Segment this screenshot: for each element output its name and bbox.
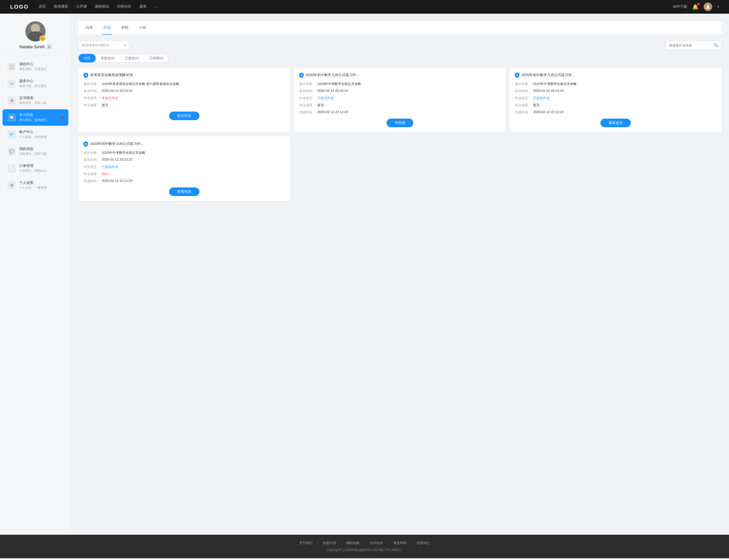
card-2-status-row: 作业状态 已提交作业 xyxy=(299,96,501,100)
card-3-course-row: 课次名称 2020年中考数学全面过关攻略 xyxy=(515,82,716,86)
sidebar-profile: 🏆 Natalie Smith ⊞ xyxy=(0,21,71,56)
card-2-complete-value: 2020-02-12 22:12:23 xyxy=(317,110,501,115)
status-btn-submitted[interactable]: 已提交(4) xyxy=(120,54,144,62)
tab-groups[interactable]: 小组 xyxy=(138,21,147,35)
logo: LOGO xyxy=(10,4,29,10)
menu-dot xyxy=(61,117,63,119)
nav-courses[interactable]: 发现课程 xyxy=(54,4,68,10)
card-4-footer: 查看批阅 xyxy=(83,187,285,196)
sidebar-item-orders[interactable]: 📄 订单管理 订单支出、明明白白 xyxy=(3,160,68,177)
status-filter: 全部 未提交(4) 已提交(4) 已批阅(4) xyxy=(78,54,721,62)
card-2-publish-value: 2020-02-12 20:23:23 xyxy=(317,89,501,93)
sidebar-item-course[interactable]: 📋 课程中心 精彩课程、不容错过 xyxy=(3,58,68,75)
navbar-right: APP下载 🔔 ▾ xyxy=(673,3,719,11)
footer-link-disclaimer[interactable]: 免责声明 xyxy=(388,541,412,545)
nav-open-courses[interactable]: 公开课 xyxy=(76,4,87,10)
card-2-score-row: 作业成绩 暂无 xyxy=(299,103,501,107)
homework-card-4: 作 2020年初中数学几何公式练习作... 课次名称 2020年中考数学全面过关… xyxy=(78,136,290,201)
main-content: 问答 作业 资料 小组 请选择课程/课程包 ▾ 🔍 全部 未提交(4) 已提交(… xyxy=(71,14,729,535)
card-4-complete-value: 2020-02-12 22:12:23 xyxy=(102,179,285,183)
footer-link-about[interactable]: 关于我们 xyxy=(294,541,318,545)
status-btn-unsubmit[interactable]: 未提交(4) xyxy=(95,54,120,62)
card-4-course-row: 课次名称 2020年中考数学全面过关攻略 xyxy=(83,150,285,155)
tabs: 问答 作业 资料 小组 xyxy=(78,21,721,35)
account-text: 账户中心 个人权益、实时掌握 xyxy=(19,130,63,139)
card-3-status-value: 已提交作业 xyxy=(533,96,716,100)
course-select[interactable]: 请选择课程/课程包 ▾ xyxy=(78,41,129,50)
card-4-title: 2020年初中数学几何公式练习作... xyxy=(90,142,285,146)
footer-link-recruit[interactable]: 招贤纳士 xyxy=(412,541,435,545)
sidebar-item-question-bank[interactable]: ≔ 题库中心 海量习题、助力通关 xyxy=(3,75,68,92)
card-3-resubmit-btn[interactable]: 重新提交 xyxy=(600,119,631,127)
card-1-submit-btn[interactable]: 提交作业 xyxy=(169,112,199,120)
card-4-publish-row: 发布时间 2020-02-12 20:23:23 xyxy=(83,158,285,162)
card-1-title: 高考英语试卷阅读理解30张 xyxy=(90,73,285,77)
footer: 关于我们 加盟代理 网站地图 合作伙伴 免责声明 招贤纳士 Copyright©… xyxy=(0,535,729,558)
account-icon: 💎 xyxy=(8,131,16,139)
footer-links: 关于我们 加盟代理 网站地图 合作伙伴 免责声明 招贤纳士 xyxy=(10,541,719,545)
card-1-header: 作 高考英语试卷阅读理解30张 xyxy=(83,73,285,78)
card-3-publish-value: 2020-02-12 20:23:23 xyxy=(533,89,716,93)
nav-news[interactable]: 新闻资讯 xyxy=(95,4,109,10)
tab-homework[interactable]: 作业 xyxy=(102,21,112,35)
card-3-score-row: 作业成绩 暂无 xyxy=(515,103,716,107)
card-3-footer: 重新提交 xyxy=(515,119,716,127)
card-2-pending-btn[interactable]: 待批阅 xyxy=(387,119,413,127)
settings-icon: ⚙ xyxy=(8,181,16,189)
search-box: 🔍 xyxy=(666,41,721,50)
sidebar-item-messages[interactable]: 💬 我的消息 消息通知、及时了解 xyxy=(3,143,68,160)
certificate-text: 证书荣誉 收获荣誉、持证上岗 xyxy=(19,96,63,105)
navbar: LOGO 首页 发现课程 公开课 新闻资讯 问答社区 题库 ··· APP下载 … xyxy=(0,0,729,14)
card-4-status-row: 作业状态 已批阅作业 xyxy=(83,165,285,169)
footer-link-sitemap[interactable]: 网站地图 xyxy=(341,541,365,545)
card-3-complete-value: 2020-02-12 22:12:23 xyxy=(533,110,716,115)
navbar-links: 首页 发现课程 公开课 新闻资讯 问答社区 题库 ··· xyxy=(39,4,673,10)
card-2-status-value: 已提交作业 xyxy=(317,96,501,100)
nav-home[interactable]: 首页 xyxy=(39,4,46,10)
bell-badge xyxy=(697,3,700,5)
nav-qa[interactable]: 问答社区 xyxy=(117,4,131,10)
notification-bell[interactable]: 🔔 xyxy=(692,4,699,10)
course-select-placeholder: 请选择课程/课程包 xyxy=(82,43,109,48)
messages-text: 我的消息 消息通知、及时了解 xyxy=(19,147,63,156)
avatar[interactable] xyxy=(704,3,712,11)
card-2-score-value: 暂无 xyxy=(317,103,501,107)
card-2-footer: 待批阅 xyxy=(299,119,501,127)
homework-card-1: 作 高考英语试卷阅读理解30张 课次名称 2020年高考英语全面过关攻略-第六期… xyxy=(78,68,290,132)
card-1-publish-value: 2020-02-12 20:23:23 xyxy=(102,89,285,93)
sidebar-item-account[interactable]: 💎 账户中心 个人权益、实时掌握 xyxy=(3,126,68,143)
homework-card-2: 作 2020年初中数学几何公式练习作... 课次名称 2020年中考数学全面过关… xyxy=(294,68,506,132)
sidebar-item-certificate[interactable]: ⚙ 证书荣誉 收获荣誉、持证上岗 xyxy=(3,92,68,109)
footer-link-partner[interactable]: 合作伙伴 xyxy=(365,541,388,545)
card-3-course-value: 2020年中考数学全面过关攻略 xyxy=(533,82,716,86)
footer-link-franchise[interactable]: 加盟代理 xyxy=(318,541,341,545)
card-4-header: 作 2020年初中数学几何公式练习作... xyxy=(83,141,285,146)
card-1-publish-row: 发布时间 2020-02-12 20:23:23 xyxy=(83,89,285,93)
nav-more[interactable]: ··· xyxy=(155,4,158,10)
status-btn-all[interactable]: 全部 xyxy=(78,54,96,62)
tab-qa[interactable]: 问答 xyxy=(85,21,94,35)
card-4-publish-value: 2020-02-12 20:23:23 xyxy=(102,158,285,162)
sidebar-item-learning-qa[interactable]: 💬 学习问答 课后重温、疑难解答 xyxy=(3,109,68,126)
cards-grid-row1: 作 高考英语试卷阅读理解30张 课次名称 2020年高考英语全面过关攻略-第六期… xyxy=(78,68,721,132)
question-bank-icon: ≔ xyxy=(8,80,16,88)
nav-quiz[interactable]: 题库 xyxy=(139,4,146,10)
sidebar: 🏆 Natalie Smith ⊞ 📋 课程中心 精彩课程、不容错过 ≔ 题库中… xyxy=(0,14,71,535)
user-menu-arrow[interactable]: ▾ xyxy=(717,5,719,9)
status-btn-reviewed[interactable]: 已批阅(4) xyxy=(144,54,169,62)
tab-materials[interactable]: 资料 xyxy=(120,21,130,35)
sidebar-badge: 🏆 xyxy=(39,35,46,41)
app-download[interactable]: APP下载 xyxy=(673,5,687,9)
card-1-footer: 提交作业 xyxy=(83,112,285,120)
question-bank-text: 题库中心 海量习题、助力通关 xyxy=(19,79,63,88)
card-3-publish-row: 发布时间 2020-02-12 20:23:23 xyxy=(515,89,716,93)
card-3-header: 作 2020年初中数学几何公式练习作... xyxy=(515,73,716,78)
sidebar-item-settings[interactable]: ⚙ 个人设置 个人信息、一键管理 xyxy=(3,177,68,193)
card-3-status-row: 作业状态 已提交作业 xyxy=(515,96,716,100)
course-icon: 📋 xyxy=(8,63,16,71)
cards-grid-row2: 作 2020年初中数学几何公式练习作... 课次名称 2020年中考数学全面过关… xyxy=(78,136,721,201)
search-input[interactable] xyxy=(669,44,712,47)
card-4-view-btn[interactable]: 查看批阅 xyxy=(169,187,199,196)
learning-qa-icon: 💬 xyxy=(8,114,16,122)
footer-copyright: Copyright© 云朵商学院 版权所有 京ICP备17051340号-1 xyxy=(10,548,719,552)
